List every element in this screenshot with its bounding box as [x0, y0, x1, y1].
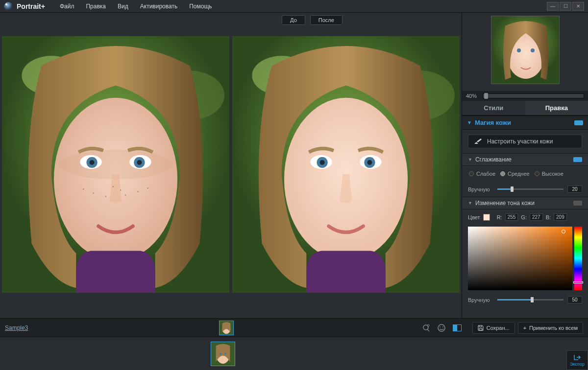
radio-low[interactable]: Слабое — [469, 171, 495, 177]
tab-styles[interactable]: Стили — [462, 101, 525, 115]
svg-point-16 — [147, 187, 148, 188]
brush-icon — [473, 138, 482, 145]
menu-activate[interactable]: Активировать — [134, 3, 183, 10]
caret-down-icon: ▼ — [467, 120, 472, 125]
smoothing-value[interactable]: 20 — [567, 185, 582, 193]
menu-help[interactable]: Помощь — [183, 3, 218, 10]
menu-edit[interactable]: Правка — [80, 3, 112, 10]
svg-point-39 — [442, 326, 443, 327]
svg-point-15 — [137, 191, 138, 192]
svg-point-43 — [224, 353, 226, 355]
close-button[interactable]: ✕ — [572, 2, 584, 11]
svg-point-42 — [220, 353, 221, 355]
g-value[interactable]: 227 — [530, 213, 543, 221]
viewer: До После — [0, 13, 462, 318]
radio-medium[interactable]: Среднее — [500, 171, 530, 177]
titlebar: Portrait+ Файл Правка Вид Активировать П… — [0, 0, 588, 13]
compare-icon[interactable] — [453, 324, 462, 332]
before-badge: До — [282, 15, 305, 25]
export-icon — [573, 354, 581, 361]
hue-slider[interactable] — [574, 227, 582, 290]
zoom-value: 40% — [466, 93, 480, 99]
sub-skin-tone[interactable]: ▼ Изменение тона кожи — [462, 197, 588, 209]
face-detect-icon[interactable] — [421, 324, 430, 332]
app-title: Portrait+ — [17, 2, 45, 10]
right-panel: 40% Стили Правка ▼ Магия кожи Настроить … — [462, 13, 588, 318]
svg-point-12 — [93, 192, 94, 193]
section-skin-magic[interactable]: ▼ Магия кожи — [462, 116, 588, 130]
radio-high[interactable]: Высокое — [535, 171, 564, 177]
svg-point-37 — [438, 324, 445, 331]
plus-icon: + — [523, 325, 526, 331]
before-image — [2, 27, 229, 301]
tone-slider[interactable] — [497, 299, 564, 301]
saturation-picker[interactable] — [468, 227, 572, 290]
zoom-slider[interactable] — [483, 93, 584, 98]
toggle-skin-tone[interactable] — [573, 201, 582, 206]
minimize-button[interactable]: — — [547, 2, 559, 11]
tab-edit[interactable]: Правка — [525, 101, 588, 115]
svg-point-13 — [105, 196, 106, 197]
filmstrip: Экспор — [0, 337, 588, 370]
filmstrip-thumb[interactable] — [211, 342, 235, 366]
after-pane[interactable] — [232, 27, 460, 301]
apply-all-button[interactable]: + Применить ко всем — [518, 322, 583, 334]
preview-thumbnail[interactable] — [491, 16, 560, 84]
app-logo-icon — [4, 2, 13, 11]
export-button[interactable]: Экспор — [566, 350, 588, 370]
toggle-skin-magic[interactable] — [574, 120, 583, 125]
save-icon — [478, 325, 484, 331]
tone-value[interactable]: 50 — [567, 296, 582, 303]
svg-point-18 — [120, 189, 121, 190]
svg-point-28 — [367, 160, 372, 165]
r-value[interactable]: 255 — [505, 213, 518, 221]
statusbar: Sample3 Сохран... + Применить ко всем — [0, 318, 588, 337]
save-button[interactable]: Сохран... — [472, 322, 515, 334]
caret-down-icon: ▼ — [468, 201, 472, 206]
svg-point-14 — [125, 194, 126, 195]
face-thumb[interactable] — [219, 321, 234, 335]
toggle-smoothing[interactable] — [573, 157, 582, 162]
before-pane[interactable] — [2, 27, 229, 301]
maximize-button[interactable]: ☐ — [560, 2, 571, 11]
adjust-skin-areas-button[interactable]: Настроить участки кожи — [468, 135, 582, 148]
smile-icon[interactable] — [437, 324, 446, 332]
after-image — [232, 27, 460, 301]
caret-down-icon: ▼ — [468, 157, 472, 162]
svg-point-31 — [517, 48, 521, 52]
sub-smoothing[interactable]: ▼ Сглаживание — [462, 153, 588, 166]
menu-view[interactable]: Вид — [112, 3, 134, 10]
svg-point-32 — [531, 48, 535, 52]
color-swatch[interactable] — [483, 214, 490, 221]
svg-point-38 — [440, 326, 441, 327]
after-badge: После — [310, 15, 343, 25]
svg-point-11 — [83, 188, 84, 189]
smoothing-slider[interactable] — [497, 188, 564, 190]
svg-point-10 — [137, 160, 142, 165]
b-value[interactable]: 209 — [554, 213, 567, 221]
svg-point-27 — [320, 160, 325, 165]
filename-link[interactable]: Sample3 — [5, 324, 28, 331]
svg-point-9 — [90, 160, 95, 165]
svg-point-17 — [113, 186, 114, 187]
menu-file[interactable]: Файл — [54, 3, 80, 10]
